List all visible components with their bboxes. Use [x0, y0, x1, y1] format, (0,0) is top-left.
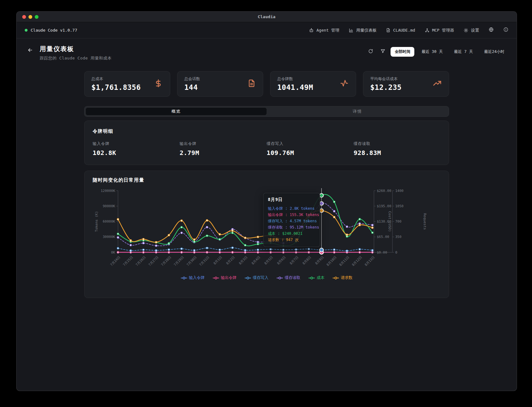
breakdown-input-tokens: 输入令牌 102.8K — [93, 141, 180, 157]
breakdown-label: 输出令牌 — [180, 141, 267, 147]
range-button-30d[interactable]: 最近 30 天 — [417, 47, 447, 57]
page-subtitle: 跟踪您的 Claude Code 用量和成本 — [40, 55, 112, 61]
tooltip-row-cache-write: 缓存写入 : 4.57M tokens — [268, 218, 315, 224]
range-button-all-time[interactable]: 全部时间 — [391, 47, 414, 57]
info-icon — [503, 27, 509, 33]
filter-icon — [380, 49, 386, 55]
stats-row: 总成本 $1,761.8356 总会话数 144 总令牌数 1041.49M — [84, 71, 449, 97]
breakdown-cache-read: 缓存读取 928.83M — [354, 141, 441, 157]
bot-icon — [309, 28, 314, 33]
stat-label: 总令牌数 — [277, 76, 313, 82]
status-dot-icon — [25, 29, 28, 32]
breakdown-label: 输入令牌 — [93, 141, 180, 147]
refresh-button[interactable] — [366, 47, 375, 57]
filter-button[interactable] — [378, 47, 387, 57]
svg-text:1400: 1400 — [395, 189, 404, 193]
gear-icon — [463, 28, 468, 33]
nav-item-agents[interactable]: Agent 管理 — [309, 28, 339, 33]
breakdown-label: 缓存读取 — [354, 141, 441, 147]
breakdown-value: 109.76M — [267, 149, 354, 157]
legend-label: 缓存读取 — [285, 275, 300, 281]
activity-icon — [340, 79, 349, 89]
legend-item-0[interactable]: 输入令牌 — [181, 275, 205, 281]
svg-text:7月24日: 7月24日 — [110, 255, 121, 267]
traffic-lights — [22, 12, 38, 22]
breakdown-value: 102.8K — [93, 149, 180, 157]
tooltip-row-cost: 成本 : $240.0021 — [268, 230, 315, 237]
legend-item-1[interactable]: 输出令牌 — [213, 275, 237, 281]
stat-card-total-cost: 总成本 $1,761.8356 — [84, 71, 170, 97]
svg-text:700: 700 — [395, 219, 402, 224]
svg-text:8月6日: 8月6日 — [276, 255, 286, 265]
legend-marker-icon — [245, 276, 251, 280]
svg-text:0K: 0K — [111, 250, 115, 255]
app-window: Claudia Claude Code v1.0.77 Agent 管理 用量仪… — [16, 11, 517, 391]
chart-legend: 输入令牌 输出令牌 缓存写入 缓存读取 成本 请求数 — [93, 275, 441, 281]
arrow-left-icon — [27, 47, 33, 54]
svg-text:8月1日: 8月1日 — [212, 255, 223, 265]
svg-text:8月4日: 8月4日 — [251, 255, 261, 265]
tab-details[interactable]: 详情 — [267, 107, 448, 116]
svg-text:8月9日: 8月9日 — [315, 255, 325, 265]
svg-text:7月31日: 7月31日 — [198, 255, 210, 267]
daily-usage-chart-card: 随时间变化的日常用量 0K$0.00030000K$65.0035060000K… — [84, 171, 449, 298]
nav-item-settings[interactable]: 设置 — [463, 28, 479, 33]
nav-item-usage-dashboard[interactable]: 用量仪表板 — [349, 28, 376, 33]
dollar-icon — [154, 79, 163, 89]
svg-text:Cost (USD): Cost (USD) — [388, 211, 392, 232]
title-bar: Claudia — [17, 12, 517, 22]
info-button[interactable] — [503, 27, 509, 33]
top-nav: Claude Code v1.0.77 Agent 管理 用量仪表板 CLAUD… — [17, 22, 517, 39]
legend-item-3[interactable]: 缓存读取 — [277, 275, 300, 281]
tooltip-date: 8月9日 — [268, 197, 315, 203]
svg-text:Requests: Requests — [423, 213, 427, 230]
svg-text:120000K: 120000K — [101, 189, 115, 193]
svg-text:0: 0 — [395, 250, 397, 255]
file-text-icon — [247, 79, 256, 89]
nav-item-mcp-manager[interactable]: MCP 管理器 — [425, 28, 454, 33]
tab-overview[interactable]: 概览 — [85, 107, 267, 116]
svg-text:$260.00: $260.00 — [377, 189, 391, 193]
stat-label: 平均每会话成本 — [370, 76, 402, 82]
svg-text:8月2日: 8月2日 — [225, 255, 235, 265]
view-tabs: 概览 详情 — [84, 106, 449, 117]
svg-text:7月28日: 7月28日 — [160, 255, 172, 267]
stat-card-total-tokens: 总令牌数 1041.49M — [270, 71, 356, 97]
svg-text:8月11日: 8月11日 — [338, 255, 350, 267]
page-header: 用量仪表板 跟踪您的 Claude Code 用量和成本 全部时间 最近 30 … — [17, 39, 517, 67]
svg-text:60000K: 60000K — [103, 219, 115, 224]
tooltip-row-cache-read: 缓存读取 : 95.12M tokens — [268, 224, 315, 230]
svg-text:7月29日: 7月29日 — [173, 255, 185, 267]
range-button-24h[interactable]: 最近24小时 — [480, 47, 509, 57]
nav-item-claude-md[interactable]: CLAUDE.md — [386, 28, 415, 33]
back-button[interactable] — [25, 45, 35, 56]
stat-label: 总会话数 — [184, 76, 200, 82]
nav-item-label: CLAUDE.md — [393, 28, 415, 33]
stat-value: 144 — [184, 83, 200, 91]
globe-icon — [489, 27, 494, 33]
tooltip-row-output: 输出令牌 : 155.3K tokens — [268, 212, 315, 218]
svg-text:7月30日: 7月30日 — [186, 255, 197, 267]
legend-item-2[interactable]: 缓存写入 — [245, 275, 269, 281]
app-status: Claude Code v1.0.77 — [25, 28, 77, 33]
legend-marker-icon — [181, 276, 187, 280]
range-button-7d[interactable]: 最近 7 天 — [450, 47, 477, 57]
tooltip-row-requests: 请求数 : 947 次 — [268, 237, 315, 243]
bar-chart-icon — [349, 28, 354, 33]
minimize-window-button[interactable] — [28, 15, 32, 19]
svg-text:7月26日: 7月26日 — [135, 255, 146, 267]
chart-tooltip: 8月9日 输入令牌 : 2.8K tokens 输出令牌 : 155.3K to… — [263, 193, 320, 247]
legend-item-5[interactable]: 请求数 — [333, 275, 353, 281]
svg-text:8月3日: 8月3日 — [238, 255, 248, 265]
zoom-window-button[interactable] — [35, 15, 38, 19]
close-window-button[interactable] — [22, 15, 26, 19]
nav-item-label: MCP 管理器 — [432, 28, 454, 33]
legend-item-4[interactable]: 成本 — [309, 275, 325, 281]
breakdown-value: 2.79M — [180, 149, 267, 157]
svg-text:8月7日: 8月7日 — [289, 255, 299, 265]
stat-value: 1041.49M — [277, 83, 313, 91]
breakdown-title: 令牌明细 — [93, 128, 441, 134]
trend-up-icon — [432, 79, 442, 89]
language-globe-button[interactable] — [489, 27, 494, 33]
svg-text:30000K: 30000K — [103, 235, 115, 239]
